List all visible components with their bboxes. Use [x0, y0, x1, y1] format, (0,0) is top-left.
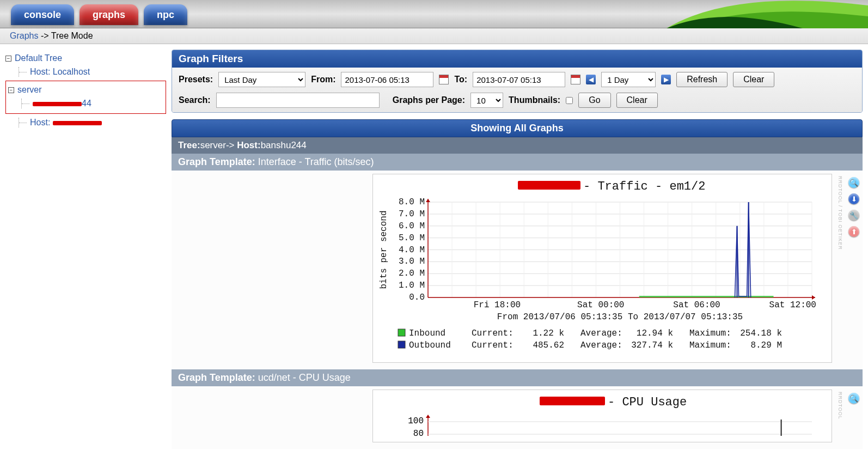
- from-input[interactable]: [341, 72, 433, 87]
- timespan-select[interactable]: 1 Day: [601, 72, 656, 87]
- tab-console[interactable]: console: [11, 4, 74, 25]
- svg-rect-58: [398, 341, 405, 348]
- tree-path-bar: Tree:server-> Host:banshu244: [172, 137, 863, 154]
- shift-left-icon[interactable]: ◀: [586, 75, 596, 84]
- svg-rect-46: [639, 296, 774, 297]
- clear-button[interactable]: Clear: [733, 72, 774, 87]
- breadcrumb-sep: ->: [38, 31, 51, 40]
- traffic-graph[interactable]: - Traffic - em1/2bits per second0.01.0 M…: [372, 174, 832, 363]
- svg-text:1.22 k: 1.22 k: [533, 329, 564, 338]
- tree-selection-box: − server 44: [5, 81, 166, 114]
- svg-text:From 2013/07/06 05:13:35 To 20: From 2013/07/06 05:13:35 To 2013/07/07 0…: [497, 312, 743, 322]
- svg-text:254.18 k: 254.18 k: [740, 329, 782, 338]
- tree-label-default[interactable]: Default Tree: [15, 53, 62, 63]
- gpp-select[interactable]: 10: [470, 93, 503, 108]
- svg-text:5.0 M: 5.0 M: [399, 233, 425, 243]
- svg-rect-50: [398, 329, 405, 336]
- refresh-button[interactable]: Refresh: [676, 72, 728, 87]
- svg-text:Outbound: Outbound: [409, 341, 451, 350]
- svg-text:- CPU Usage: - CPU Usage: [608, 396, 687, 409]
- search-input[interactable]: [216, 93, 380, 108]
- graph-template-bar-2: Graph Template: ucd/net - CPU Usage: [172, 369, 863, 386]
- svg-text:327.74 k: 327.74 k: [631, 341, 673, 350]
- svg-text:bits per second: bits per second: [379, 210, 389, 289]
- to-label: To:: [454, 75, 467, 84]
- go-button[interactable]: Go: [578, 93, 610, 108]
- svg-text:4.0 M: 4.0 M: [399, 245, 425, 255]
- graph-filters-title: Graph Filters: [172, 50, 862, 68]
- svg-text:2.0 M: 2.0 M: [399, 269, 425, 278]
- svg-text:Fri 18:00: Fri 18:00: [474, 300, 521, 310]
- svg-text:3.0 M: 3.0 M: [399, 257, 425, 266]
- from-label: From:: [311, 75, 335, 84]
- svg-text:Current:: Current:: [472, 341, 514, 350]
- svg-text:485.62: 485.62: [533, 341, 564, 350]
- tree-leaf-localhost[interactable]: Host: Localhost: [30, 67, 166, 77]
- collapse-icon[interactable]: −: [8, 87, 14, 93]
- svg-text:100: 100: [408, 416, 424, 426]
- main-content: Graph Filters Presets: Last Day From: To…: [172, 44, 868, 449]
- search-label: Search:: [179, 95, 211, 105]
- svg-text:Maximum:: Maximum:: [689, 341, 731, 350]
- tree-sidebar: − Default Tree Host: Localhost − server …: [0, 44, 172, 449]
- thumbnails-checkbox[interactable]: [566, 97, 573, 104]
- zoom-icon[interactable]: 🔍: [848, 393, 859, 404]
- header-swoosh-decoration: [667, 0, 868, 28]
- svg-marker-69: [426, 415, 430, 418]
- top-tab-bar: console graphs npc: [0, 0, 868, 28]
- svg-text:0.0: 0.0: [409, 293, 425, 302]
- tree-label-server[interactable]: server: [17, 85, 41, 95]
- tree-node-default[interactable]: − Default Tree: [5, 53, 166, 63]
- svg-text:8.0 M: 8.0 M: [399, 197, 425, 207]
- svg-text:Sat 06:00: Sat 06:00: [673, 300, 720, 310]
- zoom-icon[interactable]: 🔍: [848, 177, 859, 188]
- tree-leaf-host1[interactable]: 44: [33, 99, 163, 108]
- svg-text:Inbound: Inbound: [409, 329, 445, 338]
- svg-text:80: 80: [413, 429, 424, 437]
- gpp-label: Graphs per Page:: [393, 95, 465, 105]
- collapse-icon[interactable]: −: [5, 56, 11, 62]
- page-top-icon[interactable]: ⬆: [848, 226, 859, 237]
- svg-text:1.0 M: 1.0 M: [399, 281, 425, 290]
- cpu-graph[interactable]: - CPU Usage10080: [372, 390, 832, 442]
- presets-select[interactable]: Last Day: [218, 72, 305, 87]
- tab-graphs[interactable]: graphs: [80, 4, 138, 25]
- calendar-icon[interactable]: [571, 75, 580, 84]
- graph-filters-panel: Graph Filters Presets: Last Day From: To…: [172, 50, 863, 113]
- csv-export-icon[interactable]: ⬇: [848, 193, 859, 204]
- svg-text:Sat 12:00: Sat 12:00: [769, 300, 816, 310]
- svg-rect-66: [540, 397, 605, 405]
- svg-text:Current:: Current:: [472, 329, 514, 338]
- to-input[interactable]: [473, 72, 565, 87]
- thumbnails-label: Thumbnails:: [509, 95, 560, 105]
- svg-text:Average:: Average:: [580, 329, 622, 338]
- svg-text:Average:: Average:: [580, 341, 622, 350]
- graph-row-1: - Traffic - em1/2bits per second0.01.0 M…: [172, 171, 863, 369]
- svg-text:Sat 00:00: Sat 00:00: [577, 300, 624, 310]
- breadcrumb-mode: Tree Mode: [51, 31, 93, 40]
- tree-leaf-host2[interactable]: Host:: [30, 118, 166, 127]
- svg-marker-45: [426, 199, 430, 202]
- clear2-button[interactable]: Clear: [616, 93, 658, 108]
- shift-right-icon[interactable]: ▶: [661, 75, 671, 84]
- svg-marker-43: [812, 295, 815, 300]
- edit-icon[interactable]: 🔧: [848, 210, 859, 221]
- rrdtool-credit: RRDTOOL: [838, 390, 843, 422]
- breadcrumb: Graphs -> Tree Mode: [0, 28, 868, 44]
- svg-rect-0: [518, 181, 580, 190]
- svg-text:- Traffic - em1/2: - Traffic - em1/2: [583, 180, 705, 193]
- presets-label: Presets:: [179, 75, 213, 84]
- svg-text:Maximum:: Maximum:: [689, 329, 731, 338]
- svg-text:8.29 M: 8.29 M: [750, 341, 782, 350]
- graph-row-2: - CPU Usage10080 RRDTOOL 🔍: [172, 386, 863, 449]
- graph-template-bar: Graph Template: Interface - Traffic (bit…: [172, 154, 863, 171]
- tab-npc[interactable]: npc: [144, 4, 187, 25]
- breadcrumb-graphs-link[interactable]: Graphs: [10, 31, 38, 40]
- calendar-icon[interactable]: [439, 75, 449, 84]
- rrdtool-credit: RRDTOOL / TOBI OETIKER: [838, 174, 843, 252]
- showing-all-bar: Showing All Graphs: [172, 119, 863, 137]
- svg-text:6.0 M: 6.0 M: [399, 221, 425, 231]
- svg-text:7.0 M: 7.0 M: [399, 209, 425, 219]
- tree-node-server[interactable]: − server: [8, 85, 163, 95]
- svg-text:12.94 k: 12.94 k: [637, 329, 673, 338]
